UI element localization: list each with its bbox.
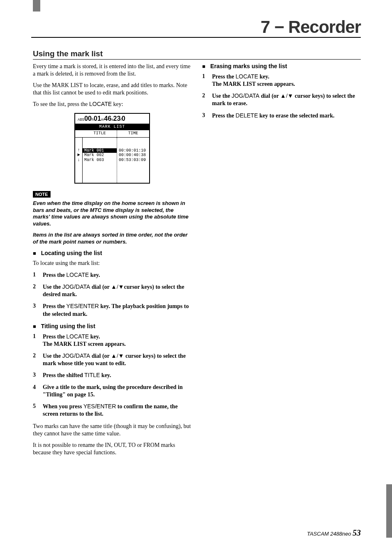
- titling-step-3: Press the shifted TITLE key.: [33, 371, 191, 379]
- list-item: Mark 003: [83, 158, 117, 163]
- right-tab-decoration: [386, 484, 392, 538]
- list-item: Mark 001: [83, 148, 117, 153]
- list-item: Mark 002: [83, 153, 117, 158]
- footer: TASCAM 2488neo 53: [307, 528, 361, 538]
- titling-step-1: Press the LOCATE key.The MARK LIST scree…: [33, 333, 191, 348]
- top-tab-decoration: [33, 0, 40, 12]
- intro-paragraph-1: Every time a mark is stored, it is enter…: [33, 63, 191, 78]
- lcd-scroll-arrows: ↑►↓: [75, 138, 83, 183]
- section-heading: Using the mark list: [33, 49, 361, 58]
- erasing-heading: Erasing marks using the list: [210, 63, 287, 70]
- lcd-time-bar: ABS 00h 01m 46s 23f 0: [75, 114, 149, 124]
- lcd-list-label: MARK LIST: [75, 124, 149, 130]
- titling-step-2: Use the JOG/DATA dial (or ▲/▼ cursor key…: [33, 352, 191, 367]
- time-f: 23: [113, 115, 121, 123]
- list-item-time: 00:53:03:09: [117, 158, 149, 163]
- locate-key-label: LOCATE: [89, 101, 112, 107]
- note-paragraph-1: Even when the time display on the home s…: [33, 200, 191, 228]
- lcd-figure: ABS 00h 01m 46s 23f 0 MARK LIST TITLE TI…: [74, 113, 150, 184]
- titling-tail-1: Two marks can have the same title (thoug…: [33, 423, 191, 437]
- titling-step-4: Give a title to the mark, using the proc…: [33, 384, 191, 398]
- locating-intro: To locate using the mark list:: [33, 260, 191, 267]
- locating-heading: Locating using the list: [41, 250, 102, 257]
- section-underline: [33, 59, 361, 60]
- page-number: 53: [353, 528, 361, 537]
- list-item-time: 00:00:01:10: [117, 148, 149, 153]
- note-paragraph-2: Items in the list are always sorted in t…: [33, 232, 191, 246]
- time-m-unit: m: [101, 117, 104, 122]
- square-bullet-icon: ■: [33, 251, 36, 256]
- locating-step-1: Press the LOCATE key.: [33, 271, 191, 279]
- titling-step-5: When you press YES/ENTER to confirm the …: [33, 403, 191, 418]
- col-title-header: TITLE: [83, 130, 117, 137]
- intro-paragraph-2: Use the MARK LIST to locate, erase, and …: [33, 82, 191, 97]
- intro-p3-post: key:: [112, 101, 123, 107]
- note-badge: NOTE: [33, 191, 51, 198]
- abs-label: ABS: [78, 118, 84, 123]
- intro-paragraph-3: To see the list, press the LOCATE key:: [33, 101, 191, 108]
- lcd-column-headers: TITLE TIME: [75, 130, 149, 138]
- intro-p3-pre: To see the list, press the: [33, 101, 89, 107]
- footer-brand: TASCAM 2488neo: [307, 531, 353, 537]
- square-bullet-icon: ■: [202, 64, 205, 69]
- erasing-step-3: Press the DELETE key to erase the select…: [202, 112, 361, 120]
- time-h: 00: [84, 115, 92, 123]
- titling-heading: Titling using the list: [41, 323, 95, 330]
- page-title: 7 − Recorder: [261, 17, 361, 37]
- col-time-header: TIME: [117, 130, 149, 137]
- time-sub-frame: 0: [122, 115, 125, 123]
- time-m: 01: [94, 115, 101, 123]
- erasing-step-2: Use the JOG/DATA dial (or ▲/▼ cursor key…: [202, 92, 361, 107]
- time-s: 46: [104, 115, 111, 123]
- titling-tail-2: It is not possible to rename the IN, OUT…: [33, 442, 191, 456]
- locating-step-2: Use the JOG/DATA dial (or ▲/▼cursor keys…: [33, 283, 191, 298]
- erasing-step-1: Press the LOCATE key.The MARK LIST scree…: [202, 73, 361, 88]
- list-item-time: 00:00:40:38: [117, 153, 149, 158]
- title-underline: [31, 37, 361, 38]
- square-bullet-icon: ■: [33, 324, 36, 329]
- locating-step-3: Press the YES/ENTER key. The playback po…: [33, 302, 191, 318]
